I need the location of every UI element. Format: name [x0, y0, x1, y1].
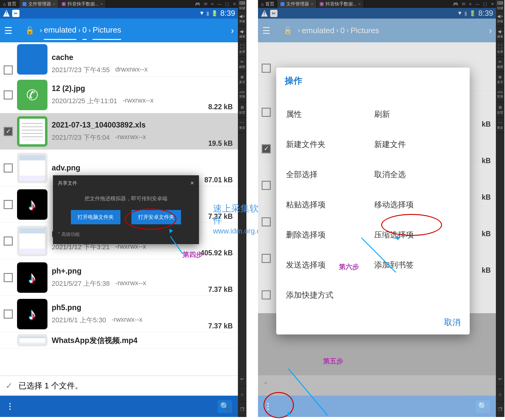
sidebar-multi[interactable]: ⊕多开 [238, 72, 246, 87]
close-icon[interactable]: × [53, 2, 55, 6]
breadcrumb: › emulated › 0 › Pictures [40, 25, 121, 36]
breadcrumb-0[interactable]: 0 [82, 25, 87, 40]
advanced-toggle[interactable]: ˅ 高级功能 [53, 229, 199, 240]
action-paste[interactable]: 粘贴选择项 [285, 190, 373, 220]
minimize-icon[interactable]: — [215, 2, 223, 6]
file-size: 7.37 kB [208, 322, 235, 330]
sidebar-settings[interactable]: ⚙设置 [238, 102, 246, 117]
sidebar-more[interactable]: ⋯更多 [496, 117, 504, 133]
action-delete[interactable]: 删除选择项 [285, 220, 373, 250]
list-item[interactable]: ♪ ph+.png 2021/5/27 上午5:38-rwxrwx--x 7.3… [0, 259, 238, 296]
sidebar-install[interactable]: APK安装 [238, 87, 246, 102]
lock-icon[interactable]: 🔓 [283, 26, 292, 35]
action-properties[interactable]: 属性 [285, 99, 373, 129]
close-icon[interactable]: × [100, 2, 103, 6]
action-deselect-all[interactable]: 取消全选 [373, 159, 461, 190]
checkbox[interactable] [4, 273, 13, 282]
sidebar-screenshot[interactable]: ✂截图 [496, 57, 504, 72]
breadcrumb-pictures[interactable]: Pictures [92, 25, 121, 40]
checkbox[interactable] [4, 200, 13, 209]
list-item[interactable]: cache 2021/7/23 下午4:55drwxrwx--x [0, 42, 238, 77]
maximize-icon[interactable]: ▢ [481, 2, 489, 6]
sidebar-voldown[interactable]: ◀-减量 [238, 26, 246, 41]
sidebar-keys[interactable]: ⌨按键 [496, 0, 504, 11]
open-pc-folder-button[interactable]: 打开电脑文件夹 [71, 210, 120, 224]
action-new-folder[interactable]: 新建文件夹 [285, 129, 373, 159]
more-menu-icon[interactable]: ⋮ [264, 402, 272, 411]
sidebar-volup[interactable]: ◀+加量 [238, 11, 246, 26]
action-send[interactable]: 发送选择项 [285, 250, 373, 280]
checkbox-checked[interactable] [4, 127, 13, 136]
sidebar-recent[interactable]: ❐ [238, 402, 246, 417]
action-shortcut[interactable]: 添加快捷方式 [285, 280, 373, 310]
close-icon[interactable]: ✕ [190, 180, 194, 187]
tab-douyin[interactable]: 3抖音快手数据...× [317, 0, 364, 8]
sidebar-home[interactable]: ⌂ [238, 387, 246, 402]
wifi-icon: ▼ [199, 10, 205, 16]
menu-icon[interactable]: ≡ [209, 2, 215, 6]
dialog-cancel-button[interactable]: 取消 [276, 310, 470, 330]
list-item[interactable]: 2021-07-13_104003892.xls 2021/7/23 下午5:0… [0, 113, 238, 150]
sidebar-recent[interactable]: ❐ [496, 402, 504, 417]
home-tab[interactable]: ⌂ 首页 [0, 1, 19, 7]
close-icon[interactable]: × [358, 2, 361, 6]
list-item[interactable]: WhatsApp发信视频.mp4 [0, 332, 238, 348]
action-move[interactable]: 移动选择项 [373, 190, 461, 220]
minimize-icon[interactable]: — [473, 2, 481, 6]
sidebar-install[interactable]: APK安装 [496, 87, 504, 102]
action-bookmark[interactable]: 添加到书签 [373, 250, 461, 280]
maximize-icon[interactable]: ▢ [223, 2, 231, 6]
sidebar-fullscreen[interactable]: ⛶全屏 [496, 41, 504, 57]
sidebar-fullscreen[interactable]: ⛶全屏 [238, 41, 246, 57]
sidebar-back[interactable]: ↩ [238, 371, 246, 387]
sidebar-back[interactable]: ↩ [496, 371, 504, 387]
more-menu-icon[interactable]: ⋮ [6, 402, 14, 411]
open-android-folder-button[interactable]: 打开安卓文件夹 [131, 210, 181, 224]
home-tab[interactable]: ⌂ 首页 [258, 1, 277, 7]
checkbox[interactable] [4, 90, 13, 100]
sidebar-home[interactable]: ⌂ [496, 387, 504, 402]
selection-bar: ✓ 已选择 1 个文件。 [0, 376, 238, 396]
menu-icon[interactable]: ≡ [467, 2, 473, 6]
sidebar-voldown[interactable]: ◀-减量 [496, 26, 504, 41]
search-icon[interactable]: 🔍 [475, 400, 490, 413]
sidebar-settings[interactable]: ⚙设置 [496, 102, 504, 117]
tab-file-manager[interactable]: 文件管理器× [19, 0, 59, 8]
hamburger-icon[interactable]: ☰ [262, 25, 270, 36]
dialog-title: 操作 [276, 75, 470, 99]
mail-icon[interactable]: ✉ [202, 2, 209, 6]
sidebar-multi[interactable]: ⊕多开 [496, 72, 504, 87]
gamepad-icon[interactable]: 🎮 [451, 2, 460, 6]
action-new-file[interactable]: 新建文件 [373, 129, 461, 159]
hamburger-icon[interactable]: ☰ [4, 25, 12, 36]
close-window-icon[interactable]: ✕ [489, 2, 496, 6]
action-compress[interactable]: 压缩选择项 [373, 220, 461, 250]
search-icon[interactable]: 🔍 [218, 400, 232, 413]
close-icon[interactable]: × [311, 2, 313, 6]
tab-douyin[interactable]: 3抖音快手数据...× [59, 0, 106, 8]
gamepad-icon[interactable]: 🎮 [193, 2, 202, 6]
checkbox[interactable] [4, 310, 13, 319]
app-toolbar: ☰ 🔓 ›emulated ›0 ›Pictures › [258, 19, 496, 42]
checkbox[interactable] [4, 65, 13, 75]
breadcrumb-emulated[interactable]: emulated [44, 25, 76, 40]
chevron-right-icon: › [78, 26, 80, 34]
sidebar-screenshot[interactable]: ✂截图 [238, 57, 246, 72]
tab-file-manager[interactable]: 文件管理器× [277, 0, 317, 8]
file-name: cache [52, 53, 235, 62]
sidebar-more[interactable]: ⋯更多 [238, 117, 246, 133]
clock: 8:39 [220, 9, 235, 18]
sidebar-volup[interactable]: ◀+加量 [496, 11, 504, 26]
list-item[interactable]: ✆ 12 (2).jpg 2020/12/25 上午11:01-rwxrwx--… [0, 77, 238, 113]
checkbox[interactable] [4, 236, 13, 246]
mail-icon[interactable]: ✉ [460, 2, 467, 6]
chevron-right-icon[interactable]: › [231, 25, 234, 36]
close-window-icon[interactable]: ✕ [231, 2, 238, 6]
checkbox[interactable] [4, 163, 13, 173]
sidebar-keys[interactable]: ⌨按键 [238, 0, 246, 11]
check-icon[interactable]: ✓ [5, 381, 12, 391]
action-select-all[interactable]: 全部选择 [285, 159, 373, 190]
action-refresh[interactable]: 刷新 [373, 99, 461, 129]
lock-icon[interactable]: 🔓 [25, 26, 34, 35]
list-item[interactable]: ♪ ph5.png 2021/6/1 上午5:30-rwxrwx--x 7.37… [0, 296, 238, 332]
